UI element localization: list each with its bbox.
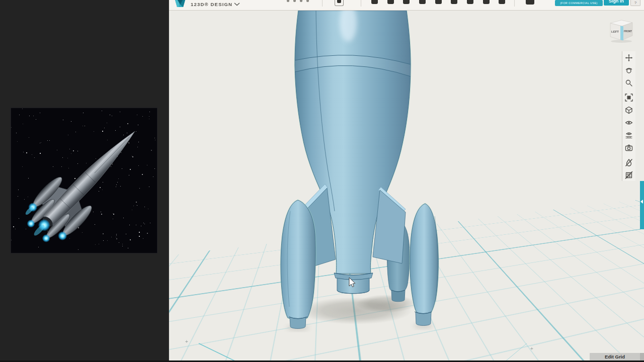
fit-view-button[interactable] (623, 91, 634, 104)
texture-off-icon (625, 171, 633, 179)
screenshot-button[interactable] (623, 141, 634, 154)
eye-grid-icon (625, 131, 633, 139)
show-all-button[interactable] (623, 129, 634, 141)
pan-icon (625, 54, 633, 62)
sign-in-button[interactable]: Sign In (604, 0, 629, 6)
view-cube[interactable]: LEFT FRONT (607, 17, 637, 44)
orbit-icon (625, 66, 633, 74)
app-title: 123D® DESIGN (191, 2, 232, 7)
material-off-icon (625, 158, 633, 166)
magnifier-icon (625, 79, 633, 87)
grid-origin-marker: + (185, 339, 188, 344)
fit-view-icon (625, 94, 633, 102)
ground-grid (169, 10, 644, 360)
orbit-tool-button[interactable] (623, 64, 634, 76)
toolbar-icon-partial[interactable] (300, 0, 302, 2)
toolbar-icon-partial[interactable] (499, 0, 505, 4)
camera-icon (625, 144, 633, 152)
toolbar-icon-partial[interactable] (403, 0, 410, 4)
hide-button[interactable] (623, 116, 634, 129)
sign-in-label: Sign In (604, 0, 629, 4)
arrow-left-icon (640, 200, 643, 204)
reference-image (11, 108, 157, 253)
commercial-use-button[interactable]: (FOR COMMERCIAL USE) (555, 0, 603, 6)
toolbar-separator (514, 0, 515, 7)
toolbar-separator (361, 0, 361, 7)
toolbar-separator (322, 0, 323, 7)
toolbar-icon-partial[interactable] (467, 0, 473, 4)
chevron-down-icon[interactable] (234, 3, 240, 6)
toolbar-icon-partial[interactable] (371, 0, 378, 4)
view-cube-front-face[interactable]: FRONT (624, 30, 632, 33)
pan-tool-button[interactable] (623, 51, 634, 64)
toolbar-icon-partial[interactable] (306, 0, 309, 2)
toolbar-icon-partial[interactable] (419, 0, 426, 4)
material-off-button[interactable] (623, 156, 634, 168)
panel-flyout-tab[interactable] (640, 181, 644, 229)
toolbar-icon-partial[interactable] (387, 0, 394, 4)
help-button[interactable]: ? (630, 0, 640, 6)
toolbar-icon-partial[interactable] (483, 0, 490, 4)
shade-mode-button[interactable] (623, 104, 634, 116)
toolbar-icon-partial[interactable] (435, 0, 442, 4)
toolbar-icon-partial[interactable] (293, 0, 296, 2)
edit-grid-button[interactable]: Edit Grid (590, 353, 640, 360)
toolbar-icon-partial[interactable] (335, 0, 344, 6)
grid-corner-marker: + (530, 346, 533, 351)
zoom-tool-button[interactable] (623, 76, 634, 89)
toolbar-icon-partial[interactable] (451, 0, 457, 4)
reference-rocket-illustration (11, 108, 157, 253)
reference-sidebar (0, 0, 169, 362)
navigation-toolbar (622, 51, 635, 181)
shade-cube-icon (625, 106, 633, 114)
texture-off-button[interactable] (623, 168, 634, 181)
viewport[interactable] (169, 10, 644, 360)
edit-grid-stub (640, 353, 644, 360)
view-cube-left-face[interactable]: LEFT (611, 30, 619, 33)
toolbar-icon-partial[interactable] (287, 0, 289, 2)
eye-icon (625, 119, 633, 127)
app-logo-icon[interactable] (174, 0, 187, 8)
toolbar-icon-partial[interactable] (526, 0, 534, 5)
